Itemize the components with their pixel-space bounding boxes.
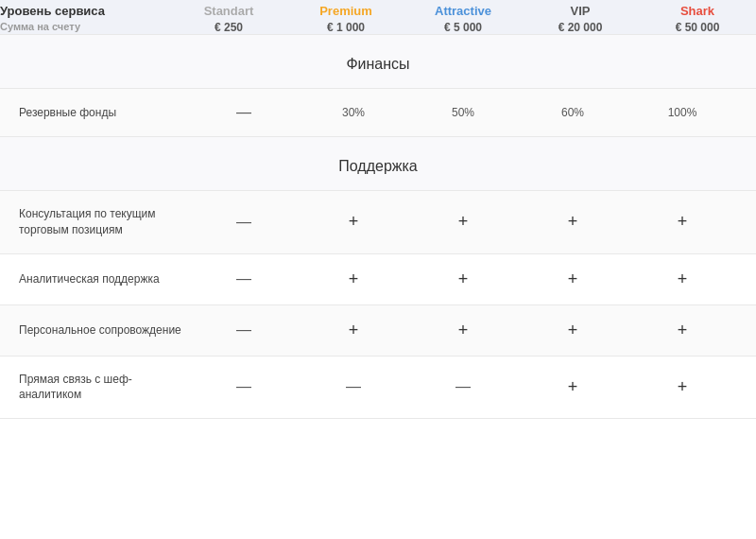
- row-label: Консультация по текущим торговым позиция…: [19, 206, 189, 238]
- row-value: +: [299, 270, 408, 289]
- row-value: —: [189, 104, 299, 121]
- row-value: +: [408, 212, 518, 232]
- standart-name: Standart: [170, 4, 287, 18]
- header-attractive: Attractive € 5 000: [404, 4, 522, 34]
- standart-amount: € 250: [170, 21, 287, 34]
- shark-amount: € 50 000: [639, 21, 756, 34]
- row-value: 100%: [627, 106, 737, 119]
- account-sublabel: Сумма на счету: [0, 21, 170, 32]
- attractive-amount: € 5 000: [404, 21, 522, 34]
- table-row: Аналитическая поддержка—++++: [0, 254, 756, 305]
- row-value: +: [518, 212, 627, 232]
- row-label: Персональное сопровождение: [19, 322, 189, 339]
- header-premium: Premium € 1 000: [287, 4, 404, 34]
- main-table: Уровень сервиса Сумма на счету Standart …: [0, 0, 756, 35]
- row-value: —: [189, 322, 299, 339]
- row-label: Прямая связь с шеф-аналитиком: [19, 372, 189, 404]
- row-value: —: [189, 270, 299, 287]
- header-row: Уровень сервиса Сумма на счету Standart …: [0, 0, 756, 35]
- row-value: —: [189, 378, 299, 395]
- attractive-name: Attractive: [404, 4, 522, 18]
- row-label: Резервные фонды: [19, 105, 189, 121]
- row-value: +: [408, 270, 518, 289]
- row-value: 60%: [518, 106, 627, 119]
- row-value: 30%: [299, 106, 408, 119]
- row-value: +: [627, 212, 737, 232]
- shark-name: Shark: [639, 4, 756, 18]
- header-vip: VIP € 20 000: [522, 4, 639, 34]
- vip-amount: € 20 000: [522, 21, 639, 34]
- row-value: +: [518, 377, 627, 397]
- header-service-label: Уровень сервиса Сумма на счету: [0, 4, 170, 34]
- row-value: +: [627, 377, 737, 397]
- row-label: Аналитическая поддержка: [19, 271, 189, 287]
- vip-name: VIP: [522, 4, 639, 18]
- premium-amount: € 1 000: [287, 21, 404, 34]
- section-header-1: Поддержка: [0, 137, 756, 191]
- table-row: Персональное сопровождение—++++: [0, 305, 756, 356]
- table-row: Резервные фонды—30%50%60%100%: [0, 89, 756, 137]
- row-value: +: [627, 270, 737, 289]
- row-value: +: [518, 270, 627, 289]
- row-value: +: [299, 321, 408, 340]
- row-value: —: [299, 378, 408, 395]
- sections-container: ФинансыРезервные фонды—30%50%60%100%Подд…: [0, 35, 756, 419]
- section-header-0: Финансы: [0, 35, 756, 89]
- row-value: +: [627, 321, 737, 340]
- row-value: +: [299, 212, 408, 232]
- row-value: —: [408, 378, 518, 395]
- service-label: Уровень сервиса: [0, 4, 170, 18]
- premium-name: Premium: [287, 4, 404, 18]
- row-value: +: [518, 321, 627, 340]
- table-row: Консультация по текущим торговым позиция…: [0, 191, 756, 254]
- row-value: —: [189, 214, 299, 231]
- table-row: Прямая связь с шеф-аналитиком———++: [0, 356, 756, 420]
- row-value: +: [408, 321, 518, 340]
- header-shark: Shark € 50 000: [639, 4, 756, 34]
- row-value: 50%: [408, 106, 518, 119]
- header-standart: Standart € 250: [170, 4, 287, 34]
